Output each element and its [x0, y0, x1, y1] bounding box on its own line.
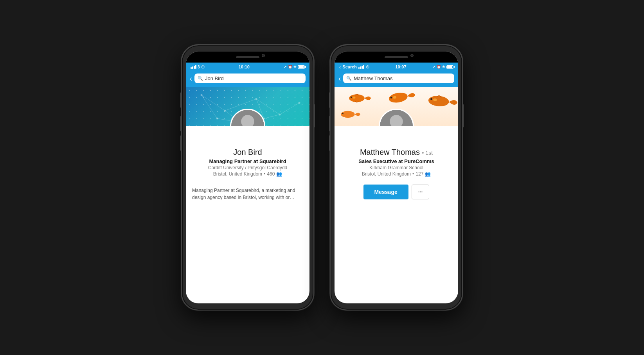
phone-2: ‹ Search ☉ 10:07 ↗ ⏰ ✳: [330, 45, 463, 310]
speaker-2: [385, 56, 408, 58]
status-time-1: 10:10: [239, 65, 250, 69]
search-back-label-2: Search: [342, 65, 357, 69]
svg-point-12: [279, 114, 281, 116]
svg-point-14: [216, 118, 218, 120]
svg-point-20: [349, 94, 365, 102]
back-button-1[interactable]: ‹: [190, 75, 192, 82]
location-icon: ↗: [284, 65, 287, 69]
svg-point-21: [353, 97, 355, 99]
action-buttons-2: Message ···: [335, 181, 458, 199]
connections-count-1: 460: [267, 171, 275, 177]
signal-bars-2: [358, 65, 364, 69]
status-bar-2: ‹ Search ☉ 10:07 ↗ ⏰ ✳: [335, 63, 458, 71]
search-area-1: ‹ 🔍 Jon Bird: [186, 71, 309, 87]
bluetooth-icon-2: ✳: [442, 65, 445, 69]
svg-point-10: [224, 110, 226, 112]
profile-location-2: Bristol, United Kingdom • 127 👥: [335, 171, 458, 177]
profile-banner-2: [335, 87, 458, 126]
back-button-2[interactable]: ‹: [338, 75, 341, 82]
search-value-2[interactable]: Matthew Thomas: [354, 75, 392, 81]
phone-1: 3 ☉ 10:10 ↗ ⏰ ✳ ‹ 🔍 Jon Bird: [181, 45, 314, 310]
status-left-2: ‹ Search ☉: [339, 64, 369, 70]
phone-top-bar: [186, 52, 309, 63]
speaker: [236, 56, 259, 58]
phone-2-screen: ‹ Search ☉ 10:07 ↗ ⏰ ✳: [335, 52, 458, 303]
svg-line-2: [256, 99, 280, 115]
svg-line-8: [264, 115, 280, 118]
search-input-1[interactable]: 🔍 Jon Bird: [194, 74, 306, 83]
profile-edu-1: Cardiff University / Prifysgol Caerdydd: [186, 165, 309, 170]
svg-point-30: [342, 113, 344, 114]
battery-icon: [298, 65, 305, 69]
back-arrow-status-2[interactable]: ‹: [339, 64, 341, 70]
status-time-2: 10:07: [395, 65, 406, 69]
signal-label: 3: [198, 65, 200, 69]
profile-location-1: Bristol, United Kingdom • 460 👥: [186, 171, 309, 177]
profile-edu-2: Kirkham Grammar School: [335, 165, 458, 170]
status-right-2-group: ↗ ⏰ ✳: [432, 65, 453, 69]
profile-content-2: Matthew Thomas • 1st Sales Executive at …: [335, 87, 458, 206]
status-right-1: ↗ ⏰ ✳: [284, 65, 305, 69]
message-button-2[interactable]: Message: [363, 185, 408, 199]
svg-point-22: [351, 97, 352, 98]
alarm-icon-2: ⏰: [437, 65, 441, 69]
svg-point-9: [201, 94, 203, 96]
status-bar-1: 3 ☉ 10:10 ↗ ⏰ ✳: [186, 63, 309, 71]
bluetooth-icon: ✳: [293, 65, 297, 69]
svg-point-29: [341, 111, 354, 118]
connections-icon-1: 👥: [276, 171, 282, 177]
svg-line-4: [201, 95, 217, 118]
wifi-icon-2: ☉: [366, 65, 369, 69]
camera-dot: [262, 54, 265, 57]
alarm-icon: ⏰: [288, 65, 292, 69]
profile-content-1: ✏️ Jon Bird Managing Partner at Squarebi…: [186, 87, 309, 201]
phone-1-screen: 3 ☉ 10:10 ↗ ⏰ ✳ ‹ 🔍 Jon Bird: [186, 52, 309, 303]
location-icon-2: ↗: [432, 65, 435, 69]
search-input-2[interactable]: 🔍 Matthew Thomas: [343, 74, 454, 83]
connections-count-2: 127: [416, 171, 423, 177]
search-area-2: ‹ 🔍 Matthew Thomas: [335, 71, 458, 87]
profile-info-1: Jon Bird Managing Partner at Squarebird …: [186, 126, 309, 187]
svg-line-3: [280, 103, 299, 115]
profile-info-2: Matthew Thomas • 1st Sales Executive at …: [335, 126, 458, 206]
search-icon-2: 🔍: [346, 76, 352, 81]
signal-bars: [191, 65, 196, 69]
profile-name-2: Matthew Thomas • 1st: [335, 148, 458, 157]
profile-title-2: Sales Executive at PureComms: [335, 158, 458, 164]
search-value-1[interactable]: Jon Bird: [205, 75, 224, 81]
battery-icon-2: [446, 65, 453, 69]
svg-line-0: [201, 95, 225, 111]
search-icon-1: 🔍: [198, 76, 203, 81]
svg-point-26: [428, 95, 450, 107]
svg-point-11: [255, 98, 257, 100]
profile-bio-1: Managing Partner at Squarebird, a market…: [186, 187, 309, 201]
profile-title-1: Managing Partner at Squarebird: [186, 158, 309, 164]
profile-name-1: Jon Bird: [186, 148, 309, 157]
status-left: 3 ☉: [191, 65, 205, 69]
camera-dot-2: [410, 54, 414, 57]
phone-top-bar-2: [335, 52, 458, 63]
connections-icon-2: 👥: [425, 171, 431, 177]
connection-badge-2: • 1st: [422, 150, 433, 156]
profile-banner-1: ✏️: [186, 87, 309, 126]
wifi-icon: ☉: [201, 65, 205, 69]
svg-point-13: [299, 102, 300, 104]
more-button-2[interactable]: ···: [412, 185, 430, 199]
